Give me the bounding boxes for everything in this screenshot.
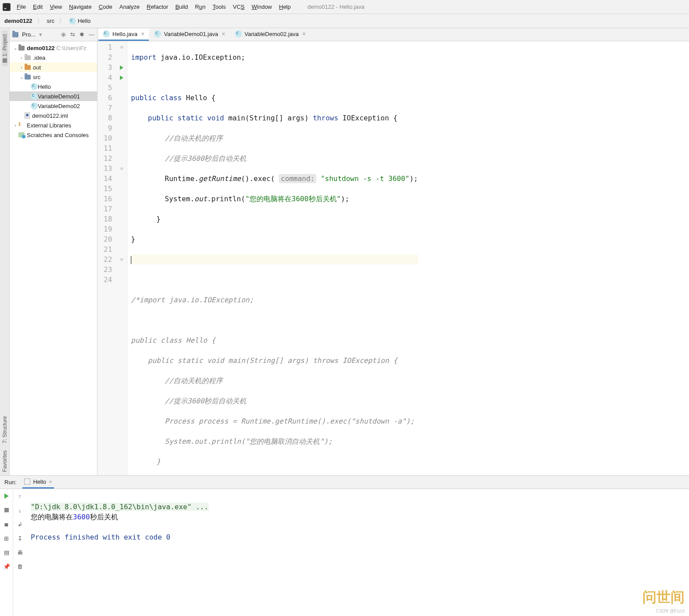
pin-icon[interactable]: 📌 — [2, 562, 11, 571]
class-icon — [103, 30, 110, 37]
tree-ext-lib[interactable]: ›External Libraries — [10, 120, 97, 130]
tree-file-var2[interactable]: VariableDemo02 — [10, 101, 97, 111]
tree-iml[interactable]: demo0122.iml — [10, 111, 97, 120]
menu-help[interactable]: Help — [278, 3, 292, 11]
close-icon[interactable]: × — [222, 30, 225, 37]
tab-favorites[interactable]: Favorites — [2, 447, 8, 475]
project-view-label[interactable]: Pro... — [22, 31, 36, 38]
tree-idea[interactable]: ›.idea — [10, 53, 97, 62]
svg-rect-2 — [4, 508, 9, 512]
chevron-right-icon: 〉 — [57, 17, 66, 25]
layout-icon[interactable]: ⊞ — [2, 534, 11, 543]
stop-icon[interactable] — [2, 506, 11, 515]
console-output[interactable]: "D:\jdk 8.0\jdk1.8.0_162\bin\java.exe" .… — [26, 489, 689, 616]
run-gutter-icon[interactable] — [120, 65, 123, 70]
tree-file-hello[interactable]: Hello — [10, 82, 97, 91]
svg-rect-0 — [4, 4, 10, 10]
code-editor[interactable]: 123456789101112131415161718192021222324 … — [97, 41, 689, 475]
menu-edit[interactable]: Edit — [32, 3, 43, 11]
gutter-icons[interactable]: ⊖⊖⊖ — [116, 41, 127, 475]
console-exit: Process finished with exit code 0 — [31, 533, 170, 541]
menu-navigate[interactable]: Navigate — [68, 3, 92, 11]
tree-project-root[interactable]: ⌄demo0122 C:\Users\Fz — [10, 43, 97, 53]
window-title: demo0122 - Hello.java — [307, 4, 364, 10]
close-icon[interactable]: × — [302, 30, 306, 37]
caret — [131, 256, 131, 264]
app-icon — [3, 3, 11, 11]
run-toolbar: ◙ ⊞ ▤ 📌 ↑ ↓ ↲ ↧ 🖶 🗑 — [0, 489, 26, 616]
tab-project[interactable]: 1: Project — [2, 31, 8, 66]
locate-icon[interactable]: ⊕ — [61, 31, 66, 38]
menu-vcs[interactable]: VCS — [232, 3, 245, 11]
run-tool-window: Run: Hello × ◙ ⊞ ▤ 📌 ↑ ↓ — [0, 475, 689, 616]
menu-refactor[interactable]: Refactor — [146, 3, 169, 11]
menu-analyze[interactable]: Analyze — [119, 3, 141, 11]
crumb-src[interactable]: src — [47, 18, 54, 24]
tab-var2[interactable]: VariableDemo02.java× — [231, 29, 310, 41]
console-cmd: "D:\jdk 8.0\jdk1.8.0_162\bin\java.exe" .… — [31, 503, 209, 511]
line-numbers: 123456789101112131415161718192021222324 — [97, 41, 116, 475]
rerun-icon[interactable] — [2, 492, 11, 500]
tool-window-bar-left: 1: Project 7: Structure Favorites — [0, 28, 10, 475]
menu-window[interactable]: Window — [251, 3, 273, 11]
svg-rect-1 — [4, 8, 6, 9]
crumb-project[interactable]: demo0122 — [4, 18, 32, 24]
up-icon[interactable]: ↑ — [15, 492, 24, 500]
class-icon — [154, 30, 161, 37]
parameter-hint: command: — [279, 174, 316, 183]
trash-icon[interactable]: 🗑 — [15, 562, 24, 571]
collapse-icon[interactable]: ⇆ — [70, 31, 75, 38]
chevron-right-icon: 〉 — [35, 17, 44, 25]
scroll-end-icon[interactable]: ↧ — [15, 534, 24, 543]
print-icon[interactable]: 🖶 — [15, 548, 24, 557]
tree-file-var1[interactable]: VariableDemo01 — [10, 91, 97, 101]
close-icon[interactable]: × — [49, 478, 52, 485]
tab-var1[interactable]: VariableDemo01.java× — [150, 29, 230, 41]
class-icon — [235, 30, 242, 37]
project-icon — [3, 58, 7, 63]
breadcrumb: demo0122 〉 src 〉 Hello — [0, 14, 689, 28]
layout-cols-icon[interactable]: ▤ — [2, 548, 11, 557]
close-icon[interactable]: × — [141, 30, 144, 37]
menu-run[interactable]: Run — [194, 3, 206, 11]
camera-icon[interactable]: ◙ — [2, 520, 11, 529]
crumb-class[interactable]: Hello — [69, 18, 91, 25]
run-tab-hello[interactable]: Hello × — [22, 476, 54, 489]
run-label: Run: — [4, 479, 16, 486]
menu-view[interactable]: View — [49, 3, 63, 11]
run-header: Run: Hello × — [0, 476, 689, 489]
project-header: Pro...▾ ⊕ ⇆ ✱ — — [10, 28, 97, 41]
menu-code[interactable]: Code — [98, 3, 113, 11]
tree-src[interactable]: ⌄src — [10, 72, 97, 82]
tab-structure[interactable]: 7: Structure — [2, 413, 8, 447]
run-gutter-icon[interactable] — [120, 76, 123, 80]
tree-out[interactable]: ›out — [10, 62, 97, 72]
editor-tabs: Hello.java× VariableDemo01.java× Variabl… — [97, 28, 689, 41]
code-content[interactable]: import java.io.IOException; public class… — [127, 41, 418, 475]
project-tree[interactable]: ⌄demo0122 C:\Users\Fz ›.idea ›out ⌄src H… — [10, 41, 97, 141]
project-tool-window: Pro...▾ ⊕ ⇆ ✱ — ⌄demo0122 C:\Users\Fz ›.… — [10, 28, 97, 475]
folder-icon — [12, 32, 18, 37]
wrap-icon[interactable]: ↲ — [15, 520, 24, 529]
down-icon[interactable]: ↓ — [15, 506, 24, 515]
hide-icon[interactable]: — — [89, 31, 94, 38]
menu-bar: File Edit View Navigate Code Analyze Ref… — [0, 0, 689, 14]
console-line: 您的电脑将在3600秒后关机 — [31, 513, 118, 521]
menu-file[interactable]: File — [16, 3, 27, 11]
settings-icon[interactable]: ✱ — [79, 31, 84, 38]
tree-scratches[interactable]: Scratches and Consoles — [10, 130, 97, 140]
tab-hello[interactable]: Hello.java× — [98, 29, 149, 41]
menu-build[interactable]: Build — [174, 3, 189, 11]
class-icon — [69, 18, 76, 25]
editor-area: Hello.java× VariableDemo01.java× Variabl… — [97, 28, 689, 475]
run-config-icon — [24, 478, 30, 485]
menu-tools[interactable]: Tools — [212, 3, 227, 11]
